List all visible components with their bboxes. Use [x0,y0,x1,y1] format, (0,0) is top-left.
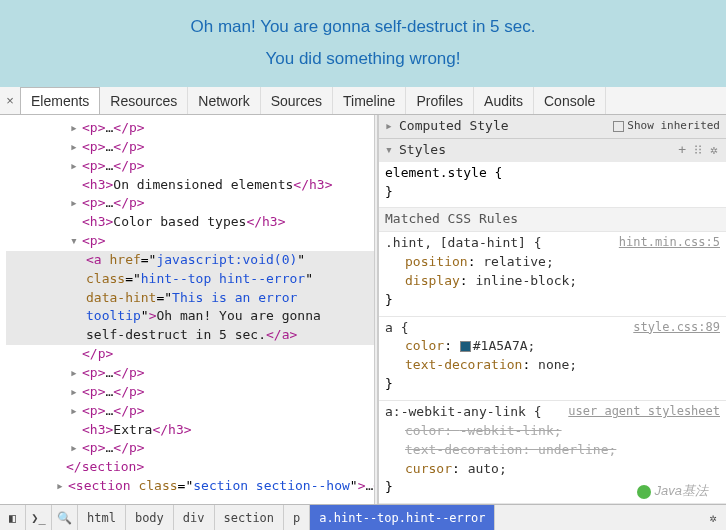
settings-gear-icon[interactable]: ✲ [700,511,726,525]
close-icon[interactable]: × [0,93,20,108]
tab-network[interactable]: Network [188,87,260,114]
dock-icon[interactable]: ◧ [0,505,26,530]
tab-console[interactable]: Console [534,87,606,114]
devtools-tabbar: × Elements Resources Network Sources Tim… [0,87,726,115]
tab-sources[interactable]: Sources [261,87,333,114]
selected-node[interactable]: <a href="javascript:void(0)" class="hint… [6,251,374,345]
console-toggle-icon[interactable]: ❯_ [26,505,52,530]
expand-icon[interactable]: ▸ [70,364,82,383]
chevron-down-icon: ▾ [385,141,395,160]
crumb-div[interactable]: div [174,505,215,530]
expand-icon[interactable]: ▸ [70,402,82,421]
crumb-active[interactable]: a.hint--top.hint--error [310,505,495,530]
crumb-html[interactable]: html [78,505,126,530]
element-style-rule[interactable]: element.style { } [379,162,726,209]
collapse-icon[interactable]: ▾ [70,232,82,251]
banner-line2: You did something wrong! [0,46,726,72]
tab-profiles[interactable]: Profiles [406,87,474,114]
tab-audits[interactable]: Audits [474,87,534,114]
styles-sidebar: ▸ Computed Style Show inherited ▾ Styles… [378,115,726,504]
expand-icon[interactable]: ▸ [70,157,82,176]
expand-icon[interactable]: ▸ [70,383,82,402]
matched-rules-header: Matched CSS Rules [379,208,726,232]
expand-icon[interactable]: ▸ [70,119,82,138]
tab-elements[interactable]: Elements [20,87,100,114]
source-link[interactable]: hint.min.css:5 [619,234,720,253]
banner-line1: Oh man! You are gonna self-destruct in 5… [0,14,726,40]
css-rule[interactable]: .hint, [data-hint] {hint.min.css:5 posit… [379,232,726,316]
chevron-right-icon: ▸ [385,117,395,136]
computed-style-section[interactable]: ▸ Computed Style Show inherited [379,115,726,138]
crumb-section[interactable]: section [215,505,285,530]
page-banner: Oh man! You are gonna self-destruct in 5… [0,0,726,87]
search-icon[interactable]: 🔍 [52,505,78,530]
dom-tree[interactable]: ▸<p>…</p> ▸<p>…</p> ▸<p>…</p> <h3>On dim… [0,115,374,504]
breadcrumb: ◧ ❯_ 🔍 html body div section p a.hint--t… [0,504,726,530]
expand-icon[interactable]: ▸ [70,194,82,213]
crumb-body[interactable]: body [126,505,174,530]
css-rule[interactable]: a {style.css:89 color: #1A5A7A; text-dec… [379,317,726,401]
tab-resources[interactable]: Resources [100,87,188,114]
expand-icon[interactable]: ▸ [56,477,68,496]
toggle-state-icon[interactable]: ⁝⁝ [692,141,704,160]
styles-section[interactable]: ▾ Styles + ⁝⁝ ✲ [379,139,726,162]
expand-icon[interactable]: ▸ [70,138,82,157]
show-inherited-checkbox[interactable]: Show inherited [613,118,720,134]
add-rule-icon[interactable]: + [676,141,688,160]
main-pane: ▸<p>…</p> ▸<p>…</p> ▸<p>…</p> <h3>On dim… [0,115,726,504]
tab-timeline[interactable]: Timeline [333,87,406,114]
crumb-p[interactable]: p [284,505,310,530]
expand-icon[interactable]: ▸ [70,439,82,458]
color-swatch[interactable] [460,341,471,352]
css-rule-ua[interactable]: a:-webkit-any-link {user agent styleshee… [379,401,726,504]
source-link[interactable]: style.css:89 [633,319,720,338]
gear-icon[interactable]: ✲ [708,141,720,160]
